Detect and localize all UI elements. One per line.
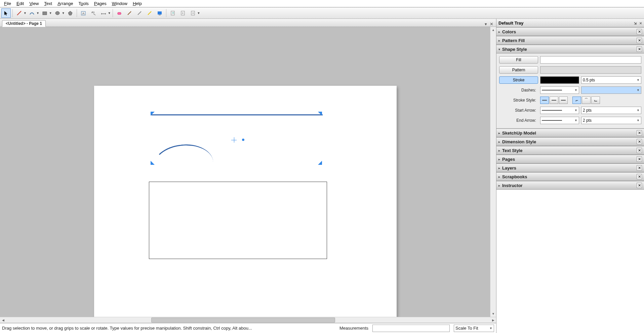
cap-square-button[interactable]: [559, 97, 568, 104]
polygon-tool[interactable]: [66, 8, 75, 18]
stroke-color-swatch[interactable]: [540, 76, 579, 84]
menu-tools[interactable]: Tools: [76, 0, 91, 7]
panel-colors-close[interactable]: ✕: [637, 29, 642, 34]
h-scroll-thumb[interactable]: [151, 318, 335, 323]
rectangle-tool[interactable]: [40, 8, 49, 18]
start-arrow-size-select[interactable]: 2 pts ▼: [581, 107, 641, 114]
panel-colors[interactable]: ▸ Colors ✕: [496, 27, 644, 36]
pattern-swatch[interactable]: [540, 66, 641, 74]
tab-menu-dropdown[interactable]: ▾: [485, 22, 487, 27]
selection-rotation-grip[interactable]: [242, 139, 244, 141]
dimension-tool[interactable]: [99, 8, 108, 18]
select-tool[interactable]: [1, 8, 11, 18]
rectangle-shape[interactable]: [149, 182, 327, 259]
zoom-select[interactable]: Scale To Fit ▼: [454, 325, 494, 332]
panel-shape-style-close[interactable]: ✕: [637, 46, 642, 52]
join-tool[interactable]: [145, 8, 154, 18]
selection-grip-tl[interactable]: [151, 112, 155, 116]
panel-pages[interactable]: ▸ Pages ✕: [496, 155, 644, 163]
dimension-tool-dropdown[interactable]: ▼: [108, 11, 111, 15]
arrow-preview-icon: [542, 110, 562, 111]
add-page-tool[interactable]: +: [168, 8, 177, 18]
dashes-select[interactable]: ▼: [540, 86, 579, 94]
selection-grip-br[interactable]: [318, 161, 322, 165]
fill-button[interactable]: Fill: [499, 56, 538, 64]
line-tool-dropdown[interactable]: ▼: [24, 11, 27, 15]
svg-rect-7: [158, 11, 162, 14]
menu-view[interactable]: View: [27, 0, 41, 7]
tray-pin-icon[interactable]: ⇲: [634, 21, 637, 26]
horizontal-scrollbar[interactable]: ◀ ▶: [0, 317, 496, 323]
menu-arrange[interactable]: Arrange: [55, 0, 76, 7]
panel-text-style[interactable]: ▸ Text Style ✕: [496, 146, 644, 155]
default-tray: Default Tray ⇲ ✕ ▸ Colors ✕ ▸ Pattern Fi…: [496, 19, 644, 333]
panel-pattern-fill-close[interactable]: ✕: [637, 38, 642, 43]
dash-scale-select[interactable]: ▼: [581, 86, 641, 94]
arc-tool[interactable]: [27, 8, 37, 18]
split-tool[interactable]: [135, 8, 144, 18]
style-tool[interactable]: [125, 8, 134, 18]
canvas-area[interactable]: ▲ ▼: [0, 27, 496, 317]
toolbar-overflow[interactable]: ▼: [197, 11, 200, 15]
scroll-up-icon[interactable]: ▲: [490, 27, 496, 33]
eraser-tool[interactable]: [115, 8, 124, 18]
cap-flat-button[interactable]: [540, 97, 549, 104]
panel-sketchup-close[interactable]: ✕: [637, 130, 642, 136]
measurements-input[interactable]: [372, 325, 450, 332]
next-page-tool[interactable]: [188, 8, 198, 18]
rectangle-tool-dropdown[interactable]: ▼: [49, 11, 52, 15]
menu-pages[interactable]: Pages: [91, 0, 109, 7]
stroke-button[interactable]: Stroke: [499, 76, 538, 84]
cap-round-button[interactable]: [550, 97, 558, 104]
present-tool[interactable]: [155, 8, 164, 18]
prev-page-tool[interactable]: [178, 8, 188, 18]
arc-tool-dropdown[interactable]: ▼: [36, 11, 39, 15]
tray-close-icon[interactable]: ✕: [639, 21, 642, 26]
caret-right-icon: ▸: [498, 175, 500, 179]
vertical-scrollbar[interactable]: ▲ ▼: [490, 27, 496, 317]
panel-scrapbooks[interactable]: ▸ Scrapbooks ✕: [496, 172, 644, 181]
fill-swatch[interactable]: [540, 56, 641, 64]
panel-shape-style[interactable]: ▾ Shape Style ✕: [496, 45, 644, 53]
panel-instructor[interactable]: ▸ Instructor ✕: [496, 181, 644, 190]
tab-close[interactable]: ✕: [490, 22, 493, 27]
panel-sketchup-model[interactable]: ▸ SketchUp Model ✕: [496, 128, 644, 137]
document-tab[interactable]: <Untitled> - Page 1: [2, 20, 46, 27]
start-arrow-select[interactable]: ▼: [540, 107, 579, 114]
join-bevel-button[interactable]: ⌙: [591, 97, 600, 104]
panel-text-style-close[interactable]: ✕: [637, 148, 642, 153]
panel-pages-close[interactable]: ✕: [637, 156, 642, 162]
join-round-button[interactable]: ⌒: [582, 97, 591, 104]
panel-dimension-style[interactable]: ▸ Dimension Style ✕: [496, 137, 644, 146]
selected-line-shape[interactable]: [151, 114, 323, 115]
caret-right-icon: ▸: [498, 140, 500, 144]
menu-file[interactable]: File: [1, 0, 14, 7]
panel-pattern-fill[interactable]: ▸ Pattern Fill ✕: [496, 36, 644, 45]
scroll-down-icon[interactable]: ▼: [490, 311, 496, 317]
panel-layers[interactable]: ▸ Layers ✕: [496, 163, 644, 172]
menu-help[interactable]: Help: [130, 0, 145, 7]
menu-window[interactable]: Window: [109, 0, 130, 7]
end-arrow-select[interactable]: ▼: [540, 117, 579, 124]
selection-center-icon[interactable]: [231, 137, 241, 144]
selection-grip-tr[interactable]: [318, 112, 322, 116]
panel-instructor-close[interactable]: ✕: [637, 183, 642, 188]
panel-scrapbooks-close[interactable]: ✕: [637, 174, 642, 179]
circle-tool[interactable]: [53, 8, 62, 18]
pattern-button[interactable]: Pattern: [499, 66, 538, 74]
stroke-width-select[interactable]: 0.5 pts ▼: [581, 76, 641, 84]
chevron-down-icon: ▼: [637, 78, 640, 82]
end-arrow-size-select[interactable]: 2 pts ▼: [581, 117, 641, 124]
scroll-left-icon[interactable]: ◀: [0, 317, 6, 323]
text-tool[interactable]: A: [79, 8, 88, 18]
label-tool[interactable]: A1: [89, 8, 98, 18]
panel-dimension-close[interactable]: ✕: [637, 139, 642, 144]
circle-tool-dropdown[interactable]: ▼: [62, 11, 65, 15]
scroll-right-icon[interactable]: ▶: [490, 317, 496, 323]
line-tool[interactable]: [14, 8, 24, 18]
caret-right-icon: ▸: [498, 131, 500, 135]
join-miter-button[interactable]: ⌐: [572, 97, 581, 104]
menu-edit[interactable]: Edit: [14, 0, 27, 7]
menu-text[interactable]: Text: [41, 0, 55, 7]
panel-layers-close[interactable]: ✕: [637, 165, 642, 171]
